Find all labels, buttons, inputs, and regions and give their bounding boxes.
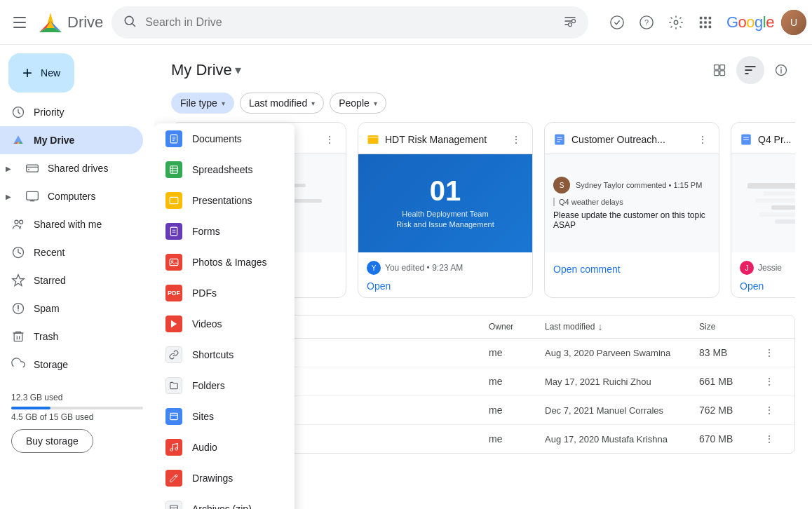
dropdown-item-videos[interactable]: Videos — [154, 308, 295, 339]
people-filter-btn[interactable]: People ▾ — [330, 93, 386, 114]
sort-options-button[interactable] — [736, 56, 764, 84]
topbar-right-actions: ? Google U — [603, 8, 806, 36]
row2-more[interactable]: ⋮ — [762, 373, 777, 390]
dropdown-item-drawings[interactable]: Drawings — [154, 463, 295, 494]
svg-rect-72 — [170, 413, 178, 419]
dropdown-item-sites[interactable]: Sites — [154, 401, 295, 432]
sidebar-label-computers: Computers — [48, 191, 95, 202]
info-button[interactable] — [767, 56, 795, 84]
file-card-hdt[interactable]: HDT Risk Management ⋮ 01 Health Deployme… — [358, 122, 533, 298]
filter-options-icon[interactable] — [563, 14, 577, 30]
row1-more[interactable]: ⋮ — [762, 344, 777, 361]
col-owner: Owner — [489, 322, 513, 332]
card-more-icon-hdt[interactable]: ⋮ — [508, 131, 524, 148]
sidebar-item-trash[interactable]: Trash — [0, 323, 143, 351]
svg-rect-31 — [27, 165, 39, 172]
drawings-label: Drawings — [192, 473, 233, 484]
dropdown-item-forms[interactable]: Forms — [154, 216, 295, 247]
checkmark-circle-icon — [609, 15, 625, 30]
doc-icon-q4 — [740, 133, 752, 146]
people-label: People — [339, 97, 370, 109]
sidebar-label-shared-with-me: Shared with me — [34, 219, 102, 230]
shared-with-me-icon — [11, 217, 25, 231]
svg-rect-65 — [170, 197, 178, 203]
grid-view-button[interactable] — [705, 56, 733, 84]
row4-more[interactable]: ⋮ — [762, 430, 777, 447]
sidebar-item-shared-with-me[interactable]: Shared with me — [0, 210, 143, 238]
drive-title[interactable]: My Drive ▾ — [171, 61, 241, 79]
sidebar-item-recent[interactable]: Recent — [0, 238, 143, 266]
svg-rect-22 — [709, 21, 712, 24]
help-icon-button[interactable]: ? — [632, 8, 661, 36]
file-card-customer-outreach[interactable]: Customer Outreach... ⋮ S Sydney Taylor c… — [544, 122, 719, 298]
new-button[interactable]: + New — [8, 53, 74, 93]
slides-icon — [367, 133, 379, 146]
recent-icon — [11, 245, 25, 259]
audio-icon — [165, 439, 182, 456]
dropdown-item-folders[interactable]: Folders — [154, 370, 295, 401]
sort-arrow-icon: ↓ — [597, 321, 602, 332]
search-bar[interactable] — [111, 6, 588, 39]
shortcuts-label: Shortcuts — [192, 349, 234, 360]
svg-rect-17 — [700, 16, 703, 19]
svg-rect-47 — [715, 65, 719, 70]
sidebar-item-storage[interactable]: Storage — [0, 351, 143, 379]
dropdown-item-photos-images[interactable]: Photos & Images — [154, 247, 295, 278]
svg-rect-34 — [27, 191, 39, 200]
card-open-link-q4[interactable]: Open — [740, 280, 764, 292]
dropdown-item-shortcuts[interactable]: Shortcuts — [154, 339, 295, 370]
buy-storage-button[interactable]: Buy storage — [11, 429, 93, 453]
card-more-icon-outreach[interactable]: ⋮ — [695, 131, 710, 148]
audio-label: Audio — [192, 442, 217, 453]
sidebar-label-recent: Recent — [34, 247, 65, 258]
svg-point-43 — [18, 311, 19, 312]
svg-rect-44 — [14, 333, 22, 341]
card-open-comment-link[interactable]: Open comment — [553, 264, 621, 275]
svg-point-33 — [28, 169, 29, 170]
forms-label: Forms — [192, 226, 220, 237]
shared-drives-icon — [25, 161, 39, 175]
svg-marker-71 — [171, 320, 177, 328]
drive-logo[interactable]: Drive — [36, 8, 103, 36]
last-modified-filter-btn[interactable]: Last modified ▾ — [240, 93, 324, 114]
topbar: Drive ? — [0, 0, 812, 45]
dropdown-item-archives[interactable]: Archives (zip) — [154, 494, 295, 509]
videos-label: Videos — [192, 318, 222, 330]
row3-more[interactable]: ⋮ — [762, 402, 777, 419]
sidebar-label-starred: Starred — [34, 275, 66, 286]
archives-icon — [165, 501, 182, 509]
dropdown-item-pdfs[interactable]: PDF PDFs — [154, 278, 295, 308]
spam-icon — [11, 301, 25, 315]
trash-icon — [11, 330, 25, 344]
search-input[interactable] — [145, 16, 555, 29]
file-type-filter-btn[interactable]: File type ▾ — [171, 93, 234, 114]
card-more-icon-1[interactable]: ⋮ — [322, 131, 337, 148]
sidebar: + New Priority My Drive ▶ — [0, 45, 154, 509]
question-mark-icon: ? — [639, 15, 654, 30]
dropdown-item-audio[interactable]: Audio — [154, 432, 295, 463]
pdfs-label: PDFs — [192, 287, 217, 299]
filter-bar: File type ▾ Last modified ▾ People ▾ Doc… — [154, 90, 812, 122]
card-open-link-hdt[interactable]: Open — [367, 280, 391, 292]
sidebar-item-spam[interactable]: Spam — [0, 294, 143, 323]
dropdown-item-spreadsheets[interactable]: Spreadsheets — [154, 154, 295, 185]
sidebar-label-priority: Priority — [34, 107, 65, 118]
card-title-hdt: HDT Risk Management — [385, 134, 487, 145]
menu-icon-button[interactable] — [6, 8, 34, 36]
svg-rect-48 — [720, 65, 725, 70]
my-drive-icon — [11, 133, 25, 147]
dropdown-item-presentations[interactable]: Presentations — [154, 185, 295, 216]
sidebar-item-computers[interactable]: ▶ Computers — [0, 182, 143, 210]
col-last-modified[interactable]: Last modified — [545, 322, 595, 332]
sidebar-item-starred[interactable]: Starred — [0, 266, 143, 294]
apps-icon-button[interactable] — [691, 8, 719, 36]
sidebar-item-priority[interactable]: Priority — [0, 98, 143, 126]
dropdown-item-documents[interactable]: Documents — [154, 123, 295, 154]
info-icon — [774, 63, 788, 77]
settings-icon-button[interactable] — [662, 8, 690, 36]
sidebar-item-shared-drives[interactable]: ▶ Shared drives — [0, 154, 143, 182]
avatar[interactable]: U — [781, 10, 806, 35]
file-card-q4[interactable]: Q4 Pr... ⋮ J — [731, 122, 795, 298]
sidebar-item-my-drive[interactable]: My Drive — [0, 126, 143, 154]
support-icon-button[interactable] — [603, 8, 631, 36]
